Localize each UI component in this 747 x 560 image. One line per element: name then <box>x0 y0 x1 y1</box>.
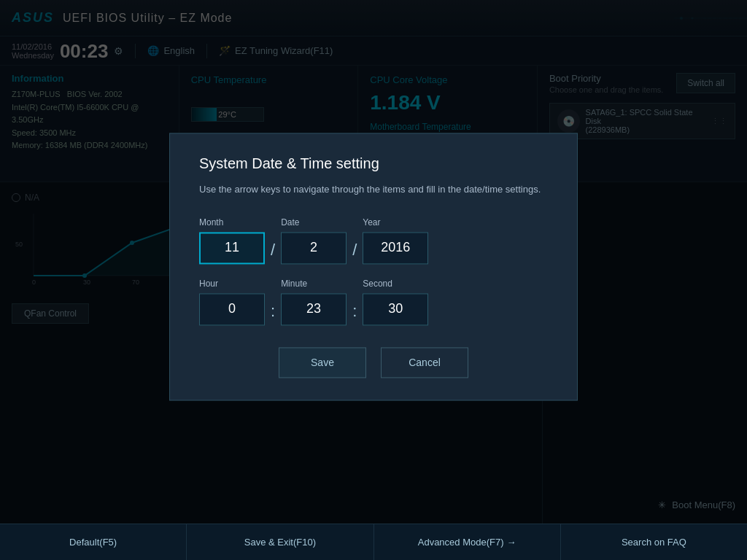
minute-input[interactable] <box>281 293 347 325</box>
month-label: Month <box>199 217 265 228</box>
date-fields-row: Month / Date / Year <box>199 217 548 264</box>
default-button[interactable]: Default(F5) <box>0 524 187 560</box>
month-input[interactable] <box>199 232 265 264</box>
datetime-dialog: System Date & Time setting Use the arrow… <box>169 133 578 400</box>
cancel-button[interactable]: Cancel <box>381 347 468 378</box>
dialog-description: Use the arrow keys to navigate through t… <box>199 182 548 196</box>
advanced-mode-button[interactable]: Advanced Mode(F7) → <box>374 524 561 560</box>
save-label: Save <box>311 357 334 368</box>
minute-label: Minute <box>281 279 347 289</box>
second-group: Second <box>363 279 428 325</box>
year-label: Year <box>363 217 428 228</box>
time-separator-1: : <box>271 302 275 325</box>
date-input[interactable] <box>281 232 347 264</box>
dialog-title: System Date & Time setting <box>199 155 548 172</box>
month-group: Month <box>199 217 265 264</box>
save-exit-label: Save & Exit(F10) <box>244 537 316 548</box>
date-label: Date <box>281 217 347 228</box>
date-separator-1: / <box>271 241 275 264</box>
date-separator-2: / <box>352 241 357 264</box>
time-separator-2: : <box>352 302 357 325</box>
search-faq-label: Search on FAQ <box>622 537 686 548</box>
search-faq-button[interactable]: Search on FAQ <box>561 524 747 560</box>
dialog-buttons: Save Cancel <box>199 347 548 378</box>
hour-group: Hour <box>199 279 265 325</box>
save-button[interactable]: Save <box>279 347 366 378</box>
minute-group: Minute <box>281 279 347 325</box>
time-fields-row: Hour : Minute : Second <box>199 279 548 325</box>
second-input[interactable] <box>363 293 428 325</box>
second-label: Second <box>363 279 428 289</box>
save-exit-button[interactable]: Save & Exit(F10) <box>187 524 374 560</box>
advanced-mode-label: Advanced Mode(F7) <box>418 537 504 548</box>
year-group: Year <box>363 217 428 264</box>
year-input[interactable] <box>363 232 428 264</box>
cancel-label: Cancel <box>409 357 441 368</box>
default-label: Default(F5) <box>69 537 117 548</box>
arrow-right-icon: → <box>507 537 516 548</box>
hour-input[interactable] <box>199 293 265 325</box>
date-group: Date <box>281 217 347 264</box>
bottom-bar: Default(F5) Save & Exit(F10) Advanced Mo… <box>0 524 747 560</box>
hour-label: Hour <box>199 279 265 289</box>
